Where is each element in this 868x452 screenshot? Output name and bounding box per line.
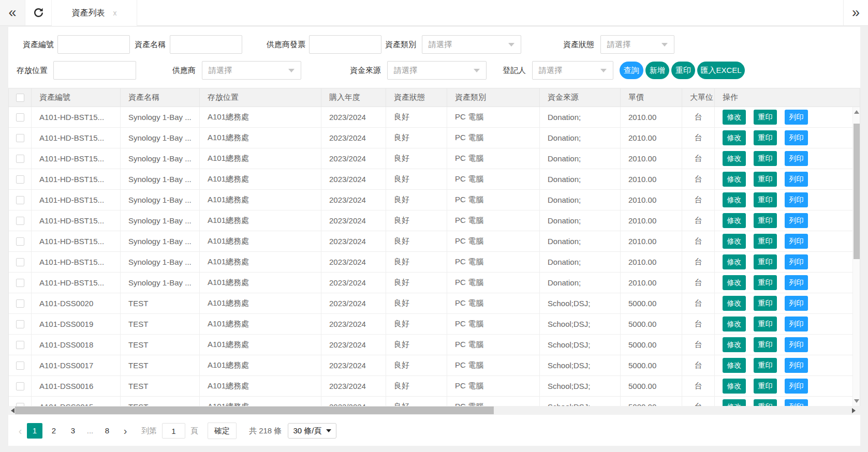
cell-location: A101總務處 (200, 128, 321, 148)
scroll-down-arrow-icon[interactable] (854, 399, 859, 403)
row-checkbox[interactable] (16, 134, 24, 142)
funding-source-select[interactable]: 請選擇 (387, 61, 487, 80)
cell-purchase-year: 2023/2024 (321, 273, 386, 293)
scroll-up-arrow-icon[interactable] (854, 110, 859, 114)
reprint-row-button[interactable]: 重印 (754, 358, 777, 373)
edit-button[interactable]: 修改 (723, 296, 746, 311)
edit-button[interactable]: 修改 (723, 172, 746, 187)
storage-location-input[interactable] (53, 61, 136, 80)
reprint-row-button[interactable]: 重印 (754, 130, 777, 145)
page-button-8[interactable]: 8 (99, 423, 115, 439)
horizontal-scrollbar[interactable] (8, 406, 860, 415)
row-checkbox[interactable] (16, 196, 24, 204)
total-count-label: 共 218 條 (249, 426, 282, 436)
search-button[interactable]: 查詢 (620, 62, 643, 79)
tab-close-icon[interactable]: x (113, 9, 117, 17)
print-row-button[interactable]: 列印 (785, 130, 808, 145)
edit-button[interactable]: 修改 (723, 358, 746, 373)
expand-panel-button[interactable]: » (843, 0, 868, 25)
reprint-row-button[interactable]: 重印 (754, 110, 777, 125)
asset-name-input[interactable] (170, 35, 242, 54)
page-button-2[interactable]: 2 (46, 423, 62, 439)
print-row-button[interactable]: 列印 (785, 379, 808, 394)
next-page-button[interactable]: › (119, 425, 132, 437)
refresh-button[interactable] (26, 0, 52, 25)
asset-status-select[interactable]: 請選擇 (600, 35, 674, 54)
page-button-3[interactable]: 3 (65, 423, 81, 439)
reprint-row-button[interactable]: 重印 (754, 399, 777, 406)
import-excel-button[interactable]: 匯入EXCEL (697, 62, 745, 79)
vertical-scrollbar-thumb[interactable] (854, 124, 860, 259)
reprint-row-button[interactable]: 重印 (754, 296, 777, 311)
print-row-button[interactable]: 列印 (785, 254, 808, 269)
row-checkbox[interactable] (16, 341, 24, 349)
row-checkbox[interactable] (16, 279, 24, 287)
goto-page-input[interactable] (162, 423, 185, 439)
edit-button[interactable]: 修改 (723, 275, 746, 290)
cell-funding-source: School;DSJ; (540, 293, 621, 313)
scroll-left-arrow-icon[interactable] (11, 408, 14, 413)
edit-button[interactable]: 修改 (723, 130, 746, 145)
edit-button[interactable]: 修改 (723, 192, 746, 207)
row-checkbox[interactable] (16, 217, 24, 225)
row-checkbox[interactable] (16, 382, 24, 390)
horizontal-scrollbar-thumb[interactable] (15, 406, 494, 414)
reprint-row-button[interactable]: 重印 (754, 151, 777, 166)
registrant-select[interactable]: 請選擇 (532, 61, 613, 80)
collapse-sidebar-button[interactable]: « (0, 0, 25, 25)
print-row-button[interactable]: 列印 (785, 358, 808, 373)
print-row-button[interactable]: 列印 (785, 172, 808, 187)
reprint-row-button[interactable]: 重印 (754, 379, 777, 394)
print-row-button[interactable]: 列印 (785, 399, 808, 406)
prev-page-button[interactable]: ‹ (13, 425, 27, 437)
scroll-right-arrow-icon[interactable] (852, 408, 856, 413)
print-row-button[interactable]: 列印 (785, 296, 808, 311)
edit-button[interactable]: 修改 (723, 234, 746, 249)
page-button-1[interactable]: 1 (27, 423, 42, 439)
reprint-row-button[interactable]: 重印 (754, 317, 777, 332)
supplier-select[interactable]: 請選擇 (202, 61, 301, 80)
add-button[interactable]: 新增 (645, 62, 669, 79)
vertical-scrollbar[interactable] (852, 107, 860, 406)
edit-button[interactable]: 修改 (723, 254, 746, 269)
print-row-button[interactable]: 列印 (785, 275, 808, 290)
reprint-button[interactable]: 重印 (671, 62, 695, 79)
reprint-row-button[interactable]: 重印 (754, 337, 777, 352)
confirm-page-button[interactable]: 確定 (208, 423, 237, 439)
row-checkbox[interactable] (16, 320, 24, 328)
print-row-button[interactable]: 列印 (785, 234, 808, 249)
print-row-button[interactable]: 列印 (785, 192, 808, 207)
reprint-row-button[interactable]: 重印 (754, 234, 777, 249)
tab-asset-list[interactable]: 資產列表 x (52, 0, 137, 26)
reprint-row-button[interactable]: 重印 (754, 192, 777, 207)
edit-button[interactable]: 修改 (723, 337, 746, 352)
cell-purchase-year: 2023/2024 (321, 190, 386, 210)
row-checkbox[interactable] (16, 155, 24, 163)
edit-button[interactable]: 修改 (723, 151, 746, 166)
row-checkbox[interactable] (16, 258, 24, 266)
print-row-button[interactable]: 列印 (785, 213, 808, 228)
edit-button[interactable]: 修改 (723, 379, 746, 394)
asset-id-input[interactable] (57, 35, 130, 54)
page-size-select[interactable]: 30 條/頁 (288, 423, 336, 439)
row-checkbox[interactable] (16, 361, 24, 370)
print-row-button[interactable]: 列印 (785, 317, 808, 332)
row-checkbox[interactable] (16, 113, 24, 122)
print-row-button[interactable]: 列印 (785, 337, 808, 352)
print-row-button[interactable]: 列印 (785, 151, 808, 166)
print-row-button[interactable]: 列印 (785, 110, 808, 125)
reprint-row-button[interactable]: 重印 (754, 213, 777, 228)
row-checkbox[interactable] (16, 175, 24, 184)
edit-button[interactable]: 修改 (723, 213, 746, 228)
reprint-row-button[interactable]: 重印 (754, 275, 777, 290)
asset-category-select[interactable]: 請選擇 (422, 35, 521, 54)
edit-button[interactable]: 修改 (723, 110, 746, 125)
reprint-row-button[interactable]: 重印 (754, 254, 777, 269)
edit-button[interactable]: 修改 (723, 399, 746, 406)
row-checkbox[interactable] (16, 299, 24, 308)
reprint-row-button[interactable]: 重印 (754, 172, 777, 187)
cell-asset-id: A101-DSS0018 (32, 335, 121, 355)
edit-button[interactable]: 修改 (723, 317, 746, 332)
select-all-checkbox[interactable] (16, 94, 24, 102)
row-checkbox[interactable] (16, 237, 24, 246)
